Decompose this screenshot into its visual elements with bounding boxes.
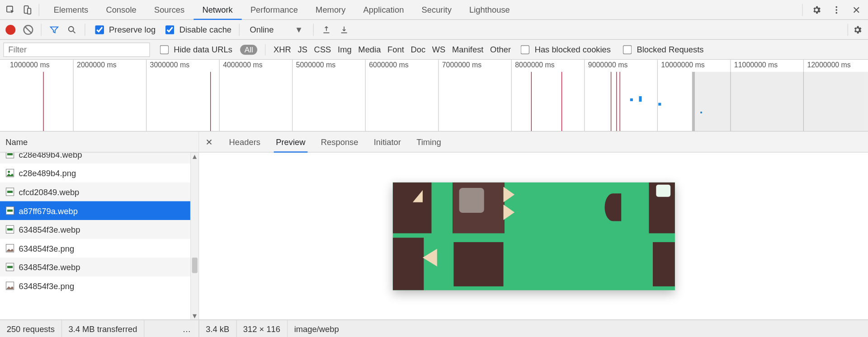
close-devtools-icon[interactable] [849,3,863,17]
device-toolbar-icon[interactable] [20,3,34,17]
timeline-request-mark [531,72,532,131]
separator [239,23,240,36]
timeline-body [0,72,868,131]
svg-rect-12 [7,191,13,193]
request-row[interactable]: c28e489b4.png [0,164,190,183]
timeline-request-mark [561,72,562,131]
network-toolbar: Preserve log Disable cache Online ▼ [0,20,868,40]
status-mime: image/webp [288,320,345,337]
filter-type-js[interactable]: JS [298,45,307,54]
status-bar-right: 3.4 kB 312 × 116 image/webp [199,320,868,337]
request-list-header[interactable]: Name [0,131,198,153]
filter-type-all[interactable]: All [240,45,258,55]
filter-input[interactable] [3,42,150,57]
disable-cache-checkbox[interactable]: Disable cache [161,23,234,36]
detail-tab-timing[interactable]: Timing [414,131,443,152]
filter-toggle-icon[interactable] [47,23,61,37]
status-more-icon[interactable]: … [144,320,198,337]
filter-type-other[interactable]: Other [490,45,511,54]
svg-rect-16 [7,228,13,230]
scrollbar-thumb[interactable] [192,257,198,273]
tab-sources[interactable]: Sources [145,0,193,19]
throttling-select[interactable]: Online ▼ [245,25,307,34]
network-timeline-overview[interactable]: 1000000 ms 2000000 ms 3000000 ms 4000000… [0,60,868,131]
network-settings-icon[interactable] [850,23,865,37]
blocked-requests-checkbox[interactable]: Blocked Requests [618,43,706,56]
close-detail-icon[interactable] [203,135,216,148]
record-button[interactable] [3,23,18,37]
preview-area [199,153,868,320]
filter-type-ws[interactable]: WS [432,45,446,54]
detail-tab-initiator[interactable]: Initiator [372,131,403,152]
request-name: 634854f3e.webp [19,225,80,234]
has-blocked-cookies-input[interactable] [521,45,530,54]
detail-tab-preview[interactable]: Preview [274,131,307,152]
timeline-dot [639,96,642,102]
svg-rect-19 [7,266,13,268]
inspect-element-icon[interactable] [3,3,18,17]
scroll-up-icon[interactable]: ▴ [191,153,198,160]
request-row[interactable]: 634854f3e.webp [0,257,190,276]
has-blocked-cookies-label: Has blocked cookies [535,45,611,54]
preserve-log-input[interactable] [95,25,104,34]
detail-tab-response[interactable]: Response [319,131,360,152]
request-row[interactable]: a87ff679a.webp [0,201,190,220]
image-file-icon [5,206,14,215]
blocked-requests-input[interactable] [623,45,632,54]
preserve-log-label: Preserve log [109,25,156,34]
tab-security[interactable]: Security [413,0,460,19]
image-file-icon [5,244,14,253]
preserve-log-checkbox[interactable]: Preserve log [91,23,158,36]
hide-data-urls-input[interactable] [160,45,169,54]
settings-icon[interactable] [809,3,824,17]
hide-data-urls-checkbox[interactable]: Hide data URLs [156,43,235,56]
filter-type-img[interactable]: Img [338,45,352,54]
tab-memory[interactable]: Memory [307,0,354,19]
request-row[interactable]: 634854f3e.png [0,239,190,258]
tab-elements[interactable]: Elements [45,0,97,19]
disable-cache-input[interactable] [165,25,175,34]
filter-type-media[interactable]: Media [358,45,381,54]
scroll-down-icon[interactable]: ▾ [191,312,198,319]
more-icon[interactable] [829,3,844,17]
request-list-scrollbar[interactable]: ▴ ▾ [190,153,198,320]
image-file-icon [5,168,14,178]
filter-type-xhr[interactable]: XHR [274,45,291,54]
import-har-icon[interactable] [319,23,334,37]
request-row[interactable]: cfcd20849.webp [0,183,190,201]
has-blocked-cookies-checkbox[interactable]: Has blocked cookies [516,43,613,56]
tab-performance[interactable]: Performance [241,0,307,19]
timeline-dot [658,103,661,106]
request-row[interactable]: 634854f3e.webp [0,220,190,239]
search-icon[interactable] [65,23,79,37]
separator [39,4,39,16]
timeline-handle[interactable] [692,72,695,131]
record-icon [5,24,15,34]
request-name: a87ff679a.webp [19,206,78,215]
filter-type-manifest[interactable]: Manifest [452,45,483,54]
filter-type-doc[interactable]: Doc [410,45,425,54]
image-file-icon [5,281,14,290]
clear-button[interactable] [21,23,36,37]
filter-type-font[interactable]: Font [387,45,404,54]
tab-network[interactable]: Network [193,0,241,19]
status-bar-left: 250 requests 3.4 MB transferred … [0,320,199,337]
timeline-ticks: 1000000 ms 2000000 ms 3000000 ms 4000000… [0,60,868,72]
network-filter-bar: Hide data URLs All XHR JS CSS Img Media … [0,40,868,60]
request-row[interactable]: c28e489b4.webp [0,153,190,164]
image-preview [392,182,675,290]
request-row[interactable]: 634854f3e.png [0,276,190,295]
tab-console[interactable]: Console [97,0,146,19]
separator [848,23,848,36]
detail-tab-headers[interactable]: Headers [227,131,263,152]
hide-data-urls-label: Hide data URLs [174,45,232,54]
filter-type-css[interactable]: CSS [314,45,331,54]
tab-application[interactable]: Application [354,0,413,19]
timeline-request-mark [611,72,611,131]
blocked-requests-label: Blocked Requests [637,45,704,54]
image-file-icon [5,187,14,197]
status-size: 3.4 kB [199,320,237,337]
svg-point-5 [835,12,837,14]
export-har-icon[interactable] [337,23,351,37]
tab-lighthouse[interactable]: Lighthouse [460,0,519,19]
